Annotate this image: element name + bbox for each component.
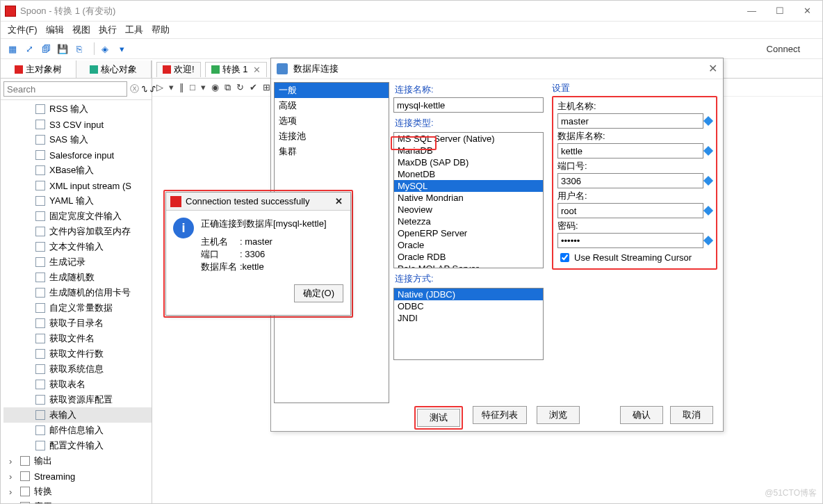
menu-view[interactable]: 视图 bbox=[72, 24, 90, 36]
category-item[interactable]: 选项 bbox=[275, 113, 389, 129]
type-option[interactable]: Neoview bbox=[394, 204, 543, 216]
tree-item[interactable]: 邮件信息输入 bbox=[3, 423, 152, 438]
pass-input[interactable] bbox=[557, 233, 703, 248]
open-icon[interactable]: ⤢ bbox=[23, 42, 35, 55]
type-option[interactable]: MaxDB (SAP DB) bbox=[394, 156, 543, 168]
impact-icon[interactable]: ⊞ bbox=[263, 82, 270, 92]
tab-core-objects[interactable]: 核心对象 bbox=[76, 60, 152, 78]
var-icon[interactable] bbox=[703, 146, 713, 156]
tree-item[interactable]: 获取系统信息 bbox=[3, 361, 152, 377]
host-input[interactable] bbox=[557, 113, 703, 129]
features-button[interactable]: 特征列表 bbox=[473, 406, 527, 424]
ok-button[interactable]: 确认 bbox=[620, 406, 663, 424]
msg-close-icon[interactable]: ✕ bbox=[331, 196, 346, 206]
tab-main-tree[interactable]: 主对象树 bbox=[1, 60, 76, 78]
tree-item[interactable]: 文件内容加载至内存 bbox=[3, 224, 152, 239]
save-icon[interactable]: 💾 bbox=[56, 42, 69, 55]
replay-icon[interactable]: ↻ bbox=[236, 82, 244, 92]
tree-folder[interactable]: ›输出 bbox=[3, 453, 152, 469]
menu-help[interactable]: 帮助 bbox=[152, 24, 170, 36]
cursor-checkbox[interactable] bbox=[560, 253, 569, 262]
type-option[interactable]: Oracle bbox=[394, 239, 543, 251]
type-option[interactable]: MS SQL Server (Native) bbox=[394, 133, 543, 145]
step-tree[interactable]: RSS 输入S3 CSV inputSAS 输入Salesforce input… bbox=[1, 100, 152, 503]
tree-folder[interactable]: ›应用 bbox=[3, 499, 152, 503]
category-item[interactable]: 高级 bbox=[275, 98, 389, 113]
tree-item[interactable]: 配置文件输入 bbox=[3, 438, 152, 453]
tree-item[interactable]: 生成随机数 bbox=[3, 270, 152, 285]
db-dialog-close-icon[interactable]: ✕ bbox=[708, 62, 717, 75]
run-icon[interactable]: ▷ bbox=[156, 82, 163, 92]
tree-folder[interactable]: ›Streaming bbox=[3, 469, 152, 484]
tree-item[interactable]: 获取文件名 bbox=[3, 331, 152, 346]
conn-name-input[interactable] bbox=[393, 97, 544, 113]
type-option[interactable]: Netezza bbox=[394, 216, 543, 227]
menu-edit[interactable]: 编辑 bbox=[46, 24, 64, 36]
explore-icon[interactable]: 🗐 bbox=[40, 42, 52, 55]
connect-link[interactable]: Connect bbox=[767, 44, 817, 54]
port-input[interactable] bbox=[557, 173, 703, 188]
tab-welcome[interactable]: 欢迎! bbox=[156, 62, 201, 77]
stop-dropdown-icon[interactable]: ▾ bbox=[201, 82, 206, 92]
tree-item[interactable]: Salesforce input bbox=[3, 147, 152, 163]
stop-icon[interactable]: □ bbox=[190, 82, 195, 92]
category-item[interactable]: 集群 bbox=[275, 144, 389, 159]
run-dropdown-icon[interactable]: ▾ bbox=[169, 82, 174, 92]
search-input[interactable] bbox=[3, 81, 127, 97]
minimize-button[interactable]: — bbox=[747, 6, 756, 16]
tree-item[interactable]: YAML 输入 bbox=[3, 193, 152, 209]
type-option[interactable]: MonetDB bbox=[394, 168, 543, 180]
tree-item[interactable]: 文本文件输入 bbox=[3, 239, 152, 254]
debug-icon[interactable]: ⧉ bbox=[225, 82, 231, 93]
conn-method-list[interactable]: Native (JDBC)ODBCJNDI bbox=[393, 288, 544, 360]
category-item[interactable]: 一般 bbox=[275, 83, 389, 98]
conn-type-list[interactable]: MS SQL Server (Native)MariaDBMaxDB (SAP … bbox=[393, 132, 544, 268]
menu-tools[interactable]: 工具 bbox=[125, 24, 143, 36]
verify-icon[interactable]: ✔ bbox=[250, 82, 257, 92]
cancel-button[interactable]: 取消 bbox=[670, 406, 713, 424]
tab-trans[interactable]: 转换 1✕ bbox=[205, 62, 268, 77]
tree-item[interactable]: 获取子目录名 bbox=[3, 316, 152, 331]
type-option[interactable]: OpenERP Server bbox=[394, 227, 543, 239]
type-option[interactable]: Palo MOLAP Server bbox=[394, 263, 543, 268]
method-option[interactable]: Native (JDBC) bbox=[394, 288, 543, 300]
type-option[interactable]: MariaDB bbox=[394, 145, 543, 156]
var-icon[interactable] bbox=[703, 116, 713, 126]
var-icon[interactable] bbox=[703, 176, 713, 186]
clear-search-icon[interactable]: ⓧ bbox=[130, 83, 139, 95]
tree-item[interactable]: S3 CSV input bbox=[3, 117, 152, 132]
close-button[interactable]: ✕ bbox=[804, 6, 811, 16]
expand-icon[interactable]: ᔐ bbox=[142, 85, 147, 94]
test-button[interactable]: 测试 bbox=[417, 409, 460, 427]
var-icon[interactable] bbox=[703, 236, 713, 245]
tree-item[interactable]: 生成随机的信用卡号 bbox=[3, 285, 152, 300]
tree-item[interactable]: 生成记录 bbox=[3, 254, 152, 270]
tree-folder[interactable]: ›转换 bbox=[3, 484, 152, 499]
tree-item[interactable]: RSS 输入 bbox=[3, 101, 152, 117]
tree-item[interactable]: XML input stream (S bbox=[3, 178, 152, 193]
type-option[interactable]: Native Mondrian bbox=[394, 192, 543, 204]
tree-item[interactable]: 获取资源库配置 bbox=[3, 392, 152, 407]
browse-button[interactable]: 浏览 bbox=[537, 406, 580, 424]
dbname-input[interactable] bbox=[557, 143, 703, 158]
type-option[interactable]: MySQL bbox=[394, 180, 543, 192]
category-item[interactable]: 连接池 bbox=[275, 129, 389, 144]
var-icon[interactable] bbox=[703, 206, 713, 216]
preview-icon[interactable]: ◉ bbox=[211, 82, 219, 92]
tree-item[interactable]: 获取文件行数 bbox=[3, 346, 152, 361]
tree-item[interactable]: SAS 输入 bbox=[3, 132, 152, 147]
saveas-icon[interactable]: ⎘ bbox=[73, 42, 85, 55]
menu-run[interactable]: 执行 bbox=[99, 24, 117, 36]
tree-item[interactable]: 获取表名 bbox=[3, 377, 152, 392]
tree-item[interactable]: 自定义常量数据 bbox=[3, 300, 152, 316]
pause-icon[interactable]: ‖ bbox=[179, 82, 184, 92]
tab-close-icon[interactable]: ✕ bbox=[253, 65, 261, 75]
menu-file[interactable]: 文件(F) bbox=[8, 24, 38, 36]
type-option[interactable]: Oracle RDB bbox=[394, 251, 543, 263]
new-icon[interactable]: ▦ bbox=[6, 42, 19, 55]
tree-item[interactable]: 固定宽度文件输入 bbox=[3, 209, 152, 224]
tree-item[interactable]: 表输入 bbox=[3, 407, 152, 423]
user-input[interactable] bbox=[557, 203, 703, 218]
method-option[interactable]: JNDI bbox=[394, 312, 543, 324]
method-option[interactable]: ODBC bbox=[394, 300, 543, 312]
